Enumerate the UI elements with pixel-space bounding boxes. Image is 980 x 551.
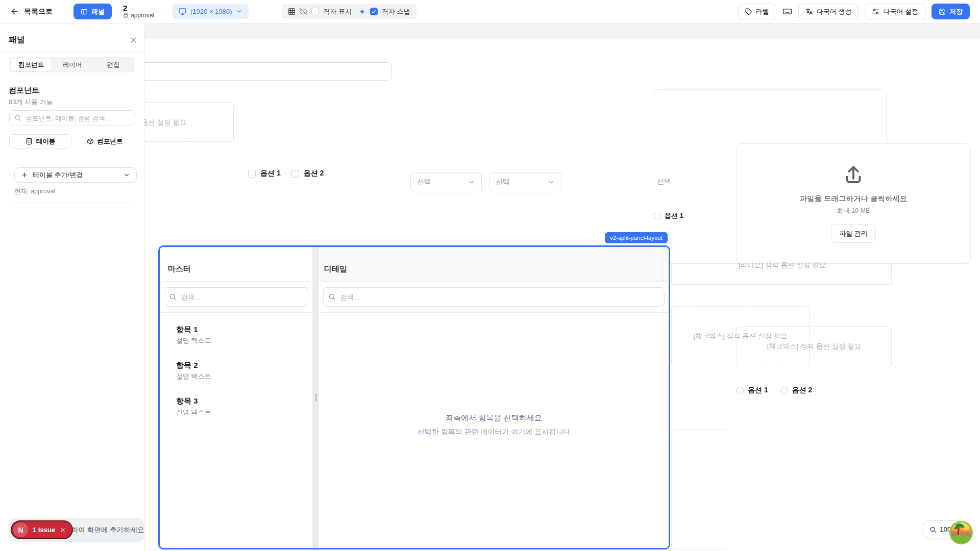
- file-manage-button[interactable]: 파일 관리: [831, 224, 876, 243]
- screen-size-dropdown[interactable]: (980 × 551): [173, 4, 249, 19]
- checkbox-placeholder-box-2[interactable]: [체크박스] 정적 옵션 설정 필요: [737, 327, 892, 366]
- i18n-settings-label: 다국어 설정: [883, 7, 918, 16]
- detail-search-row: [319, 282, 669, 313]
- components-toggle-label: 컴포넌트: [97, 137, 123, 146]
- split-panel-component[interactable]: 마스터 항목 1 설명 텍스트 항목 2 설명 텍스트 항목 3 설: [158, 245, 670, 549]
- island-widget-icon[interactable]: [949, 521, 973, 544]
- translate-icon: [805, 8, 813, 15]
- radio-option-2-label: 옵션 2: [792, 386, 813, 395]
- empty-state-desc: 선택한 항목의 관련 데이터가 여기에 표시됩니다: [418, 428, 570, 437]
- label-button-text: 라벨: [756, 7, 769, 16]
- tab-layers[interactable]: 레이어: [52, 59, 92, 71]
- close-icon[interactable]: [129, 36, 138, 44]
- keyboard-shortcuts-button[interactable]: [782, 7, 792, 16]
- canvas-checkbox-group: 옵션 1 옵션 2: [248, 169, 324, 178]
- split-resize-handle[interactable]: [312, 247, 319, 548]
- tables-toggle-button[interactable]: 테이블: [9, 134, 71, 148]
- checkbox-option-2-label: 옵션 2: [304, 169, 324, 178]
- radio-placeholder-label: [라디오] 정적 옵션 설정 필요: [739, 261, 826, 270]
- screen-size-value: (980 × 551): [190, 8, 232, 15]
- master-search-row: [160, 282, 312, 313]
- canvas-select-1[interactable]: 선택: [410, 172, 482, 192]
- checkbox-option-2[interactable]: [291, 170, 299, 178]
- grid-icon: [288, 8, 296, 15]
- list-item[interactable]: 항목 1 설명 텍스트: [160, 319, 312, 352]
- label-button[interactable]: 라벨: [738, 4, 776, 19]
- table-name: approval: [131, 12, 154, 19]
- save-icon: [939, 8, 946, 15]
- file-upload-dropzone[interactable]: 파일을 드래그하거나 클릭하세요 최대 10 MB 파일 관리: [736, 143, 971, 264]
- page-number: 2: [123, 4, 154, 13]
- design-canvas: 정적 옵션 설정 필요 옵션 1 옵션 2 선택 선택 선택 옵션 1 파일을 …: [0, 0, 980, 551]
- tab-components[interactable]: 컴포넌트: [11, 59, 52, 71]
- canvas-top-strip: [0, 23, 980, 39]
- master-panel-title: 마스터: [160, 247, 312, 282]
- select-2-placeholder: 선택: [496, 178, 510, 187]
- i18n-generate-button[interactable]: 다국어 생성: [798, 4, 859, 19]
- side-panel: 패널 컴포넌트 레이어 편집 컴포넌트 83개 사용 가능 테이블 컴포넌트 테…: [0, 23, 144, 551]
- dev-issue-badge[interactable]: N 1 Issue: [11, 520, 73, 539]
- grid-snap-label: 격자 스냅: [382, 7, 410, 16]
- sliders-icon: [872, 8, 879, 15]
- components-count: 83개 사용 가능: [9, 97, 53, 107]
- plus-icon: [21, 171, 28, 179]
- grid-show-checkbox[interactable]: [311, 8, 319, 15]
- list-item[interactable]: 항목 3 설명 텍스트: [160, 390, 312, 423]
- add-table-dropdown[interactable]: 테이블 추가/변경: [14, 167, 137, 183]
- keyboard-icon: [782, 7, 792, 16]
- bottom-card: [671, 429, 728, 550]
- hint-text: 하여 화면에 추가하세요: [71, 525, 144, 535]
- detail-empty-state: 좌측에서 항목을 선택하세요 선택한 항목의 관련 데이터가 여기에 표시됩니다: [319, 313, 669, 548]
- resize-grip-icon: [315, 393, 317, 402]
- side-select-label[interactable]: 선택: [657, 177, 671, 186]
- components-section-title: 컴포넌트: [9, 86, 39, 95]
- component-search-input[interactable]: [9, 110, 135, 126]
- list-item-desc: 설명 텍스트: [176, 336, 300, 345]
- components-toggle-button[interactable]: 컴포넌트: [74, 134, 135, 148]
- side-checkbox-row: 옵션 1: [654, 211, 683, 220]
- top-toolbar: 목록으로 패널 2 approval (980 × 551) 격자 표시: [0, 0, 980, 23]
- back-button[interactable]: [10, 7, 19, 16]
- close-icon[interactable]: [60, 527, 66, 533]
- check-icon: [371, 9, 376, 14]
- radio-option-1[interactable]: [736, 387, 744, 394]
- canvas-radio-group: 옵션 1 옵션 2: [736, 386, 812, 395]
- monitor-icon: [179, 8, 186, 15]
- panel-tabs: 컴포넌트 레이어 편집: [9, 57, 135, 72]
- chevron-down-icon: [468, 179, 475, 186]
- page-version-block: 2 approval: [123, 4, 154, 19]
- checkbox-placeholder-label-2: [체크박스] 정적 옵션 설정 필요: [767, 342, 862, 351]
- save-button[interactable]: 저장: [932, 4, 970, 19]
- avatar: N: [13, 522, 28, 537]
- i18n-settings-button[interactable]: 다국어 설정: [865, 4, 925, 19]
- panel-title: 패널: [9, 35, 25, 45]
- checkbox-option-1-label: 옵션 1: [260, 169, 281, 178]
- list-item-desc: 설명 텍스트: [176, 408, 300, 417]
- tab-edit[interactable]: 편집: [93, 59, 134, 71]
- sidebar-icon: [81, 8, 88, 15]
- detail-panel: 디테일 좌측에서 항목을 선택하세요 선택한 항목의 관련 데이터가 여기에 표…: [319, 247, 669, 548]
- list-item[interactable]: 항목 2 설명 텍스트: [160, 355, 312, 387]
- current-table-label: 현재: approval: [14, 187, 55, 196]
- master-item-list: 항목 1 설명 텍스트 항목 2 설명 텍스트 항목 3 설명 텍스트: [160, 313, 312, 548]
- checkbox-option-1[interactable]: [248, 170, 256, 178]
- divider: [259, 6, 259, 18]
- master-search-input[interactable]: [164, 287, 308, 307]
- upload-limit: 최대 10 MB: [837, 207, 870, 215]
- source-toggles: 테이블 컴포넌트: [9, 134, 135, 148]
- grid-snap-checkbox[interactable]: [370, 8, 378, 15]
- detail-search-input[interactable]: [323, 287, 665, 307]
- upload-title: 파일을 드래그하거나 클릭하세요: [799, 194, 907, 204]
- list-item-title: 항목 2: [176, 361, 300, 370]
- list-item-title: 항목 3: [176, 396, 300, 406]
- canvas-select-2[interactable]: 선택: [489, 172, 561, 192]
- panel-toggle-button[interactable]: 패널: [74, 4, 112, 19]
- side-checkbox[interactable]: [654, 213, 660, 219]
- select-1-placeholder: 선택: [417, 178, 431, 187]
- database-icon: [26, 138, 33, 145]
- list-item-desc: 설명 텍스트: [176, 372, 300, 381]
- i18n-generate-label: 다국어 생성: [817, 7, 852, 16]
- radio-option-2[interactable]: [780, 387, 788, 394]
- back-label[interactable]: 목록으로: [24, 7, 53, 16]
- panel-button-label: 패널: [91, 7, 105, 16]
